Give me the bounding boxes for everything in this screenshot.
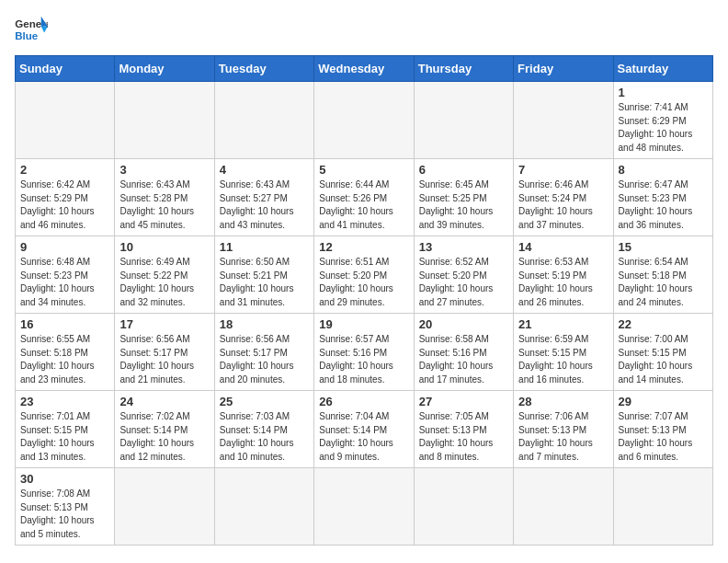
calendar-cell: 3Sunrise: 6:43 AM Sunset: 5:28 PM Daylig… xyxy=(115,159,214,236)
week-row-1: 2Sunrise: 6:42 AM Sunset: 5:29 PM Daylig… xyxy=(16,159,713,236)
day-number: 21 xyxy=(518,317,608,331)
calendar-cell: 13Sunrise: 6:52 AM Sunset: 5:20 PM Dayli… xyxy=(414,236,513,314)
day-number: 14 xyxy=(518,240,608,254)
weekday-header-wednesday: Wednesday xyxy=(314,56,414,82)
calendar-cell: 15Sunrise: 6:54 AM Sunset: 5:18 PM Dayli… xyxy=(613,236,712,314)
day-number: 28 xyxy=(518,395,608,408)
day-info: Sunrise: 6:50 AM Sunset: 5:21 PM Dayligh… xyxy=(220,256,309,309)
weekday-header-row: SundayMondayTuesdayWednesdayThursdayFrid… xyxy=(16,56,713,82)
calendar-cell: 9Sunrise: 6:48 AM Sunset: 5:23 PM Daylig… xyxy=(16,236,115,314)
day-number: 23 xyxy=(20,395,109,408)
calendar-cell: 22Sunrise: 7:00 AM Sunset: 5:15 PM Dayli… xyxy=(613,314,712,391)
day-number: 22 xyxy=(619,317,708,331)
calendar-cell: 28Sunrise: 7:06 AM Sunset: 5:13 PM Dayli… xyxy=(514,391,613,468)
day-info: Sunrise: 7:03 AM Sunset: 5:14 PM Dayligh… xyxy=(220,410,309,464)
calendar-cell: 25Sunrise: 7:03 AM Sunset: 5:14 PM Dayli… xyxy=(214,391,313,468)
day-info: Sunrise: 7:05 AM Sunset: 5:13 PM Dayligh… xyxy=(419,410,508,464)
day-info: Sunrise: 6:54 AM Sunset: 5:18 PM Dayligh… xyxy=(619,256,708,309)
day-info: Sunrise: 6:45 AM Sunset: 5:25 PM Dayligh… xyxy=(419,178,508,232)
week-row-0: 1Sunrise: 7:41 AM Sunset: 6:29 PM Daylig… xyxy=(16,82,713,159)
day-info: Sunrise: 6:49 AM Sunset: 5:22 PM Dayligh… xyxy=(119,256,209,309)
day-number: 30 xyxy=(20,472,109,486)
day-info: Sunrise: 7:01 AM Sunset: 5:15 PM Dayligh… xyxy=(20,410,109,464)
day-number: 10 xyxy=(119,240,209,254)
day-info: Sunrise: 6:47 AM Sunset: 5:23 PM Dayligh… xyxy=(619,178,708,232)
calendar-cell: 23Sunrise: 7:01 AM Sunset: 5:15 PM Dayli… xyxy=(16,391,115,468)
day-info: Sunrise: 7:41 AM Sunset: 6:29 PM Dayligh… xyxy=(619,101,708,155)
calendar-cell xyxy=(214,82,313,159)
weekday-header-saturday: Saturday xyxy=(613,56,712,82)
day-number: 27 xyxy=(419,395,508,408)
day-info: Sunrise: 6:46 AM Sunset: 5:24 PM Dayligh… xyxy=(518,178,608,232)
calendar-table: SundayMondayTuesdayWednesdayThursdayFrid… xyxy=(15,55,713,546)
calendar-cell: 18Sunrise: 6:56 AM Sunset: 5:17 PM Dayli… xyxy=(214,314,313,391)
day-info: Sunrise: 6:51 AM Sunset: 5:20 PM Dayligh… xyxy=(319,256,408,309)
calendar-cell: 30Sunrise: 7:08 AM Sunset: 5:13 PM Dayli… xyxy=(16,468,115,546)
day-info: Sunrise: 7:08 AM Sunset: 5:13 PM Dayligh… xyxy=(20,488,109,541)
day-number: 19 xyxy=(319,317,408,331)
day-info: Sunrise: 6:56 AM Sunset: 5:17 PM Dayligh… xyxy=(119,333,209,386)
day-number: 5 xyxy=(319,163,408,177)
logo-icon: General Blue xyxy=(15,15,48,44)
day-info: Sunrise: 6:53 AM Sunset: 5:19 PM Dayligh… xyxy=(518,256,608,309)
day-number: 17 xyxy=(119,317,209,331)
calendar-cell: 10Sunrise: 6:49 AM Sunset: 5:22 PM Dayli… xyxy=(115,236,214,314)
svg-text:Blue: Blue xyxy=(15,30,39,41)
day-info: Sunrise: 6:59 AM Sunset: 5:15 PM Dayligh… xyxy=(518,333,608,386)
day-number: 16 xyxy=(20,317,109,331)
calendar-cell xyxy=(613,468,712,546)
calendar-cell xyxy=(115,468,214,546)
day-info: Sunrise: 7:00 AM Sunset: 5:15 PM Dayligh… xyxy=(619,333,708,386)
week-row-4: 23Sunrise: 7:01 AM Sunset: 5:15 PM Dayli… xyxy=(16,391,713,468)
day-info: Sunrise: 6:56 AM Sunset: 5:17 PM Dayligh… xyxy=(220,333,309,386)
day-number: 3 xyxy=(119,163,209,177)
calendar-cell: 14Sunrise: 6:53 AM Sunset: 5:19 PM Dayli… xyxy=(514,236,613,314)
day-info: Sunrise: 6:57 AM Sunset: 5:16 PM Dayligh… xyxy=(319,333,408,386)
calendar-cell: 2Sunrise: 6:42 AM Sunset: 5:29 PM Daylig… xyxy=(16,159,115,236)
day-info: Sunrise: 6:43 AM Sunset: 5:28 PM Dayligh… xyxy=(119,178,209,232)
day-info: Sunrise: 7:07 AM Sunset: 5:13 PM Dayligh… xyxy=(619,410,708,464)
day-number: 15 xyxy=(619,240,708,254)
day-number: 13 xyxy=(419,240,508,254)
calendar-cell: 17Sunrise: 6:56 AM Sunset: 5:17 PM Dayli… xyxy=(115,314,214,391)
calendar-cell: 27Sunrise: 7:05 AM Sunset: 5:13 PM Dayli… xyxy=(414,391,513,468)
day-number: 4 xyxy=(220,163,309,177)
day-number: 26 xyxy=(319,395,408,408)
weekday-header-thursday: Thursday xyxy=(414,56,513,82)
calendar-cell xyxy=(414,82,513,159)
weekday-header-friday: Friday xyxy=(514,56,613,82)
calendar-cell xyxy=(115,82,214,159)
day-info: Sunrise: 6:48 AM Sunset: 5:23 PM Dayligh… xyxy=(20,256,109,309)
calendar-cell: 7Sunrise: 6:46 AM Sunset: 5:24 PM Daylig… xyxy=(514,159,613,236)
weekday-header-monday: Monday xyxy=(115,56,214,82)
day-info: Sunrise: 6:52 AM Sunset: 5:20 PM Dayligh… xyxy=(419,256,508,309)
day-number: 8 xyxy=(619,163,708,177)
calendar-cell: 29Sunrise: 7:07 AM Sunset: 5:13 PM Dayli… xyxy=(613,391,712,468)
day-info: Sunrise: 7:06 AM Sunset: 5:13 PM Dayligh… xyxy=(518,410,608,464)
calendar-cell: 6Sunrise: 6:45 AM Sunset: 5:25 PM Daylig… xyxy=(414,159,513,236)
calendar-cell xyxy=(314,82,414,159)
week-row-2: 9Sunrise: 6:48 AM Sunset: 5:23 PM Daylig… xyxy=(16,236,713,314)
weekday-header-sunday: Sunday xyxy=(16,56,115,82)
calendar-cell: 26Sunrise: 7:04 AM Sunset: 5:14 PM Dayli… xyxy=(314,391,414,468)
day-number: 29 xyxy=(619,395,708,408)
day-number: 11 xyxy=(220,240,309,254)
calendar-cell xyxy=(16,82,115,159)
day-info: Sunrise: 7:02 AM Sunset: 5:14 PM Dayligh… xyxy=(119,410,209,464)
calendar-cell: 12Sunrise: 6:51 AM Sunset: 5:20 PM Dayli… xyxy=(314,236,414,314)
day-number: 20 xyxy=(419,317,508,331)
weekday-header-tuesday: Tuesday xyxy=(214,56,313,82)
day-number: 12 xyxy=(319,240,408,254)
week-row-5: 30Sunrise: 7:08 AM Sunset: 5:13 PM Dayli… xyxy=(16,468,713,546)
day-number: 24 xyxy=(119,395,209,408)
calendar-cell xyxy=(214,468,313,546)
calendar-cell xyxy=(314,468,414,546)
day-info: Sunrise: 6:55 AM Sunset: 5:18 PM Dayligh… xyxy=(20,333,109,386)
calendar-cell: 1Sunrise: 7:41 AM Sunset: 6:29 PM Daylig… xyxy=(613,82,712,159)
calendar-cell: 8Sunrise: 6:47 AM Sunset: 5:23 PM Daylig… xyxy=(613,159,712,236)
calendar-cell: 11Sunrise: 6:50 AM Sunset: 5:21 PM Dayli… xyxy=(214,236,313,314)
week-row-3: 16Sunrise: 6:55 AM Sunset: 5:18 PM Dayli… xyxy=(16,314,713,391)
calendar-cell xyxy=(514,468,613,546)
calendar-cell: 16Sunrise: 6:55 AM Sunset: 5:18 PM Dayli… xyxy=(16,314,115,391)
day-info: Sunrise: 6:44 AM Sunset: 5:26 PM Dayligh… xyxy=(319,178,408,232)
